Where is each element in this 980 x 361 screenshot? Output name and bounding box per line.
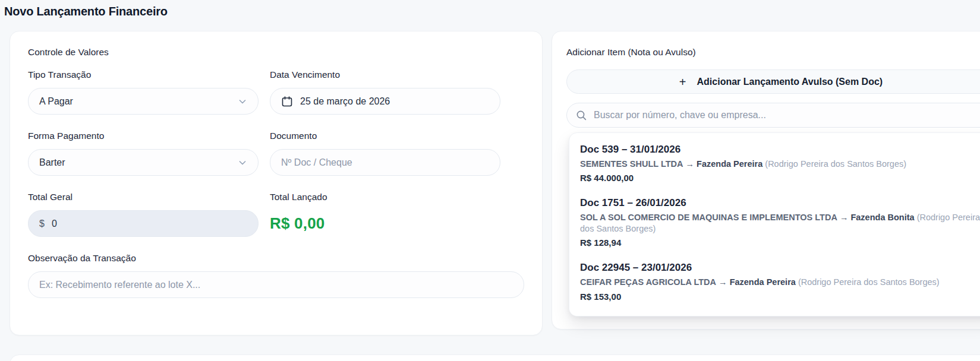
result-item-doc-22945[interactable]: Doc 22945 – 23/01/2026 CEIFAR PEÇAS AGRI… — [578, 258, 980, 305]
forma-pagamento-select[interactable]: Barter — [28, 149, 259, 176]
plus-icon: + — [679, 76, 686, 88]
total-geral-input-wrap: $ — [28, 210, 259, 237]
result-title: Doc 82756 – 22/01/2026 — [580, 316, 980, 317]
result-farm: Fazenda Bonita — [850, 213, 914, 222]
result-company: SEMENTES SHULL LTDA — [580, 159, 683, 169]
result-farm: Fazenda Pereira — [730, 277, 796, 287]
total-lancado-label: Total Lançado — [270, 192, 500, 202]
forma-pagamento-value: Barter — [39, 157, 65, 168]
field-forma-pagamento: Forma Pagamento Barter — [28, 131, 259, 176]
field-data-vencimento: Data Vencimento 25 de março de 2026 — [270, 69, 500, 115]
search-input-wrap — [566, 103, 980, 128]
calendar-icon — [281, 96, 293, 107]
search-results-dropdown: Doc 539 – 31/01/2026 SEMENTES SHULL LTDA… — [569, 132, 980, 316]
result-owner: (Rodrigo Pereira dos Santos Borges) — [765, 159, 906, 169]
documento-input[interactable] — [270, 149, 500, 176]
result-title: Doc 539 – 31/01/2026 — [580, 144, 980, 156]
next-section-card — [10, 354, 980, 361]
page-title: Novo Lançamento Financeiro — [4, 5, 168, 18]
arrow-right-icon: → — [686, 159, 695, 169]
result-title: Doc 1751 – 26/01/2026 — [580, 197, 980, 209]
adicionar-avulso-label: Adicionar Lançamento Avulso (Sem Doc) — [697, 77, 883, 87]
result-item-doc-1751[interactable]: Doc 1751 – 26/01/2026 SOL A SOL COMERCIO… — [578, 194, 980, 251]
tipo-transacao-label: Tipo Transação — [28, 69, 259, 80]
tipo-transacao-select[interactable]: A Pagar — [28, 88, 259, 115]
total-geral-label: Total Geral — [28, 192, 259, 202]
result-farm: Fazenda Pereira — [697, 159, 762, 169]
chevron-down-icon — [238, 158, 247, 167]
result-item-doc-82756[interactable]: Doc 82756 – 22/01/2026 — [578, 312, 980, 317]
controle-de-valores-card: Controle de Valores Tipo Transação A Pag… — [10, 31, 543, 335]
documento-label: Documento — [270, 131, 500, 141]
result-company: CEIFAR PEÇAS AGRICOLA LTDA — [580, 277, 716, 287]
result-item-doc-539[interactable]: Doc 539 – 31/01/2026 SEMENTES SHULL LTDA… — [578, 140, 980, 186]
adicionar-avulso-button[interactable]: + Adicionar Lançamento Avulso (Sem Doc) — [566, 69, 980, 94]
field-tipo-transacao: Tipo Transação A Pagar — [28, 69, 259, 115]
result-amount: R$ 153,00 — [580, 292, 980, 302]
field-total-lancado: Total Lançado R$ 0,00 — [270, 192, 500, 237]
tipo-transacao-value: A Pagar — [39, 96, 73, 107]
result-subtitle: SEMENTES SHULL LTDA → Fazenda Pereira (R… — [580, 159, 980, 170]
result-subtitle: CEIFAR PEÇAS AGRICOLA LTDA → Fazenda Per… — [580, 277, 980, 288]
forma-pagamento-label: Forma Pagamento — [28, 131, 259, 141]
search-input[interactable] — [594, 110, 980, 121]
dollar-icon: $ — [39, 218, 45, 229]
data-vencimento-input[interactable]: 25 de março de 2026 — [270, 88, 500, 115]
result-title: Doc 22945 – 23/01/2026 — [580, 262, 980, 274]
card-title-controle: Controle de Valores — [28, 47, 524, 58]
search-icon — [576, 110, 587, 121]
field-observacao: Observação da Transação — [28, 253, 524, 298]
observacao-label: Observação da Transação — [28, 253, 524, 264]
result-company: SOL A SOL COMERCIO DE MAQUINAS E IMPLEME… — [580, 213, 837, 222]
arrow-right-icon: → — [719, 277, 727, 287]
data-vencimento-label: Data Vencimento — [270, 69, 500, 80]
data-vencimento-value: 25 de março de 2026 — [300, 96, 390, 107]
total-geral-input[interactable] — [52, 218, 247, 229]
card-title-adicionar-item: Adicionar Item (Nota ou Avulso) — [566, 47, 980, 58]
observacao-input[interactable] — [28, 271, 524, 298]
total-lancado-value: R$ 0,00 — [270, 210, 500, 237]
result-amount: R$ 128,94 — [580, 238, 980, 248]
chevron-down-icon — [238, 97, 247, 106]
result-subtitle: SOL A SOL COMERCIO DE MAQUINAS E IMPLEME… — [580, 212, 980, 235]
adicionar-item-card: Adicionar Item (Nota ou Avulso) + Adicio… — [552, 31, 980, 330]
arrow-right-icon: → — [840, 213, 849, 222]
result-amount: R$ 44.000,00 — [580, 173, 980, 183]
field-total-geral: Total Geral $ — [28, 192, 259, 237]
field-documento: Documento — [270, 131, 500, 176]
result-owner: (Rodrigo Pereira dos Santos Borges) — [798, 277, 940, 287]
